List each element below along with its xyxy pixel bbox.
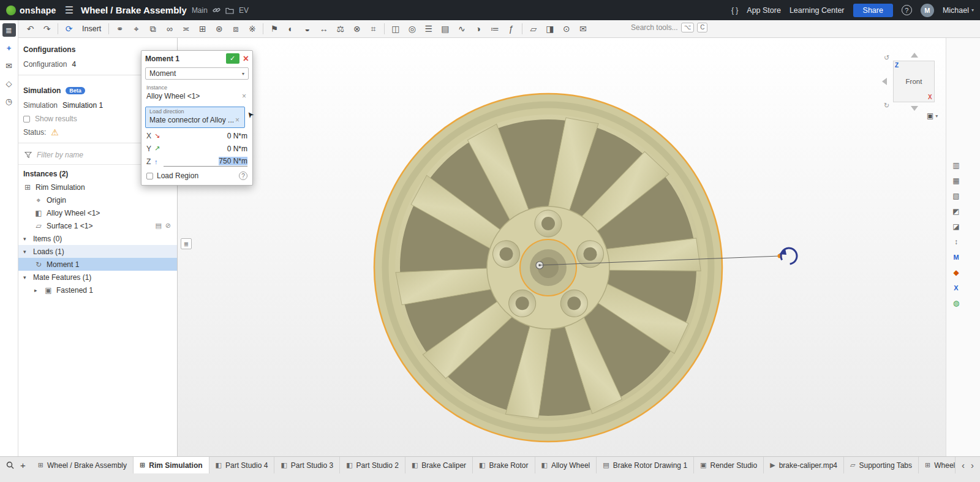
version-link-icon[interactable] — [213, 6, 221, 14]
learning-center-link[interactable]: Learning Center — [790, 6, 845, 15]
remove-instance-icon[interactable]: × — [241, 92, 247, 100]
view-rotate-up-arrow[interactable] — [911, 53, 918, 58]
chevron-down-icon[interactable]: ▾ — [23, 249, 29, 255]
tab-brake-caliper-mp4[interactable]: ▶ brake-caliper.mp4 — [764, 457, 844, 473]
named-positions-icon[interactable]: ⚑ — [266, 22, 282, 36]
tab-part-studio-2[interactable]: ◧ Part Studio 2 — [340, 457, 405, 473]
share-button[interactable]: Share — [853, 4, 893, 17]
section-panel-icon[interactable]: ◩ — [950, 205, 962, 217]
tab-wheel-br-truncated[interactable]: ⊞ Wheel / Br — [919, 457, 956, 473]
history-panel-icon[interactable]: ◷ — [2, 94, 16, 108]
view-rotate-down-arrow[interactable] — [911, 106, 918, 111]
interference-icon[interactable]: ⊗ — [349, 22, 365, 36]
tree-display-options-button[interactable]: ≣ — [181, 238, 192, 249]
mate-connector-icon[interactable]: ⌖ — [128, 22, 145, 36]
mate-icon[interactable]: ⚭ — [111, 22, 128, 36]
tree-row-mate-features-header[interactable]: ▾ Mate Features (1) — [18, 271, 177, 284]
view-roll-cw-icon[interactable]: ↻ — [884, 102, 889, 110]
chevron-down-icon[interactable]: ▾ — [23, 274, 29, 281]
snap-mode-icon[interactable]: ≍ — [178, 22, 194, 36]
status-warning-icon[interactable]: ⚠ — [51, 128, 59, 137]
rotation-handle[interactable] — [778, 245, 800, 267]
project-name[interactable]: EV — [239, 6, 249, 15]
user-menu[interactable]: Michael ▾ — [943, 6, 974, 15]
hole-icon[interactable]: ◎ — [404, 22, 420, 36]
measure-icon[interactable]: ↔ — [315, 22, 332, 36]
variables-icon[interactable]: ƒ — [503, 22, 519, 36]
main-menu-icon[interactable]: ☰ — [65, 4, 74, 16]
explode-panel-icon[interactable]: ↕ — [950, 236, 962, 248]
render-icon[interactable]: ◨ — [541, 22, 558, 36]
circular-pattern-icon[interactable]: ⊛ — [211, 22, 227, 36]
app-store-link[interactable]: App Store — [747, 6, 781, 15]
tab-brake-caliper[interactable]: ◧ Brake Caliper — [405, 457, 473, 473]
model-viewport[interactable] — [178, 38, 946, 456]
linear-pattern-icon[interactable]: ⊞ — [194, 22, 211, 36]
instances-panel-icon[interactable]: ≣ — [2, 23, 16, 37]
load-direction-value-row[interactable]: Mate connector of Alloy ... × — [149, 115, 241, 126]
appearance-icon[interactable]: ◑ — [470, 22, 486, 36]
insert-button[interactable]: Insert — [77, 24, 106, 33]
tab-supporting-tabs[interactable]: ▱ Supporting Tabs — [844, 457, 919, 473]
view-options-menu[interactable]: ▣ ▾ — [927, 111, 938, 120]
cancel-button[interactable]: × — [243, 54, 249, 64]
simulation-app-icon[interactable]: M — [950, 251, 962, 263]
relations-icon[interactable]: ∞ — [161, 22, 178, 36]
tree-row-fastened-1[interactable]: ▸ ▣ Fastened 1 — [18, 284, 177, 296]
tab-rim-simulation[interactable]: ⊞ Rim Simulation — [134, 457, 209, 473]
comment-tool-icon[interactable]: ✉ — [575, 22, 591, 36]
tree-row-origin[interactable]: ⌖ Origin — [18, 194, 177, 206]
tab-scroll-right-icon[interactable]: › — [971, 460, 974, 470]
remove-direction-icon[interactable]: × — [234, 116, 241, 124]
alloy-wheel-geometry[interactable] — [374, 94, 722, 442]
replicate-icon[interactable]: ⧈ — [227, 22, 244, 36]
simulation-icon[interactable]: ∿ — [453, 22, 470, 36]
frames-icon[interactable]: ⌗ — [365, 22, 382, 36]
chevron-down-icon[interactable]: ▾ — [23, 236, 29, 242]
comments-panel-icon[interactable]: ✉ — [2, 59, 16, 72]
tree-row-alloy-wheel[interactable]: ◧ Alloy Wheel <1> — [18, 206, 177, 219]
tab-brake-rotor-drawing-1[interactable]: ▤ Brake Rotor Drawing 1 — [597, 457, 694, 473]
chevron-right-icon[interactable]: ▸ — [34, 287, 40, 293]
display-options-panel-icon[interactable]: ▥ — [950, 159, 962, 171]
explode-view-icon[interactable]: ※ — [244, 22, 260, 36]
tree-row-loads-header[interactable]: ▾ Loads (1) — [18, 245, 177, 258]
update-icon[interactable]: ⟳ — [61, 22, 77, 36]
drawing-icon[interactable]: ▱ — [525, 22, 541, 36]
tab-part-studio-3[interactable]: ◧ Part Studio 3 — [274, 457, 340, 473]
parts-panel-icon[interactable]: ◇ — [2, 77, 16, 90]
hide-icon[interactable]: ⊘ — [165, 222, 171, 230]
search-tools-input[interactable]: Search tools... ⌥ C — [631, 23, 707, 32]
axis-y-input[interactable]: 0 N*m — [164, 145, 247, 153]
help-icon[interactable]: ? — [902, 5, 912, 15]
tab-render-studio[interactable]: ▣ Render Studio — [694, 457, 764, 473]
named-views-panel-icon[interactable]: ▧ — [950, 190, 962, 202]
configurations-panel-icon[interactable]: + — [2, 41, 16, 55]
bom-icon[interactable]: ▤ — [437, 22, 453, 36]
view-rotate-left-arrow[interactable] — [882, 78, 887, 85]
display-states-icon[interactable]: ◐ — [282, 22, 299, 36]
group-icon[interactable]: ⧉ — [145, 22, 161, 36]
configuration-value[interactable]: 4 — [72, 60, 76, 69]
axis-z-input[interactable]: 750 N*m — [164, 157, 247, 167]
xometry-app-icon[interactable]: X — [950, 282, 962, 294]
search-tabs-icon[interactable] — [6, 461, 14, 469]
featurescript-icon[interactable]: { } — [731, 6, 738, 15]
isolate-panel-icon[interactable]: ◪ — [950, 220, 962, 233]
view-roll-ccw-icon[interactable]: ↺ — [884, 54, 889, 62]
tab-part-studio-4[interactable]: ◧ Part Studio 4 — [209, 457, 275, 473]
mass-properties-icon[interactable]: ⚖ — [332, 22, 349, 36]
simulation-study-select[interactable]: Simulation 1 — [62, 101, 103, 110]
axis-x-input[interactable]: 0 N*m — [164, 132, 247, 140]
user-avatar[interactable]: M — [921, 4, 934, 17]
add-tab-button[interactable]: + — [20, 460, 26, 470]
redo-icon[interactable]: ↷ — [39, 22, 55, 36]
undo-icon[interactable]: ↶ — [22, 22, 39, 36]
load-direction-group[interactable]: Load direction Mate connector of Alloy .… — [145, 107, 245, 128]
configurations-icon[interactable]: ≔ — [486, 22, 503, 36]
globe-app-icon[interactable]: ◍ — [950, 297, 962, 309]
tree-row-moment-1[interactable]: ↻ Moment 1 — [18, 258, 177, 271]
load-region-checkbox[interactable] — [146, 173, 153, 179]
show-results-checkbox[interactable] — [23, 116, 30, 122]
wheel-model[interactable] — [178, 38, 946, 456]
